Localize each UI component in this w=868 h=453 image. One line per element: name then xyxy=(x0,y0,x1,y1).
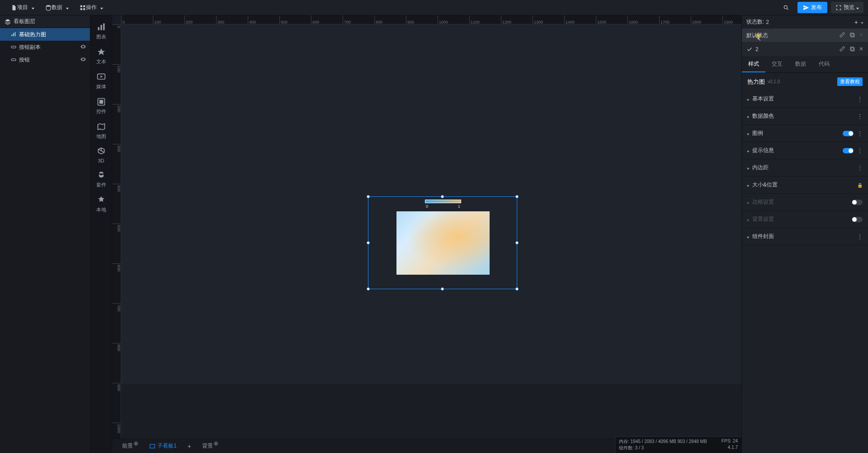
property-row[interactable]: 数据颜色 xyxy=(742,108,868,125)
ruler-tick: 1100 xyxy=(469,15,480,24)
comp-media[interactable]: 媒体 xyxy=(90,69,112,94)
more-icon[interactable] xyxy=(857,113,863,119)
resize-handle[interactable] xyxy=(441,287,444,291)
more-icon[interactable] xyxy=(857,148,863,154)
property-label: 内边距 xyxy=(752,164,769,172)
toggle-switch[interactable] xyxy=(852,217,863,222)
chevron-down-icon[interactable] xyxy=(858,19,863,25)
property-label: 提示信息 xyxy=(752,147,774,154)
property-label: 边框设置 xyxy=(752,198,774,206)
ruler-tick: 1500 xyxy=(596,15,606,24)
publish-button[interactable]: 发布 xyxy=(797,2,827,13)
tutorial-link[interactable]: 查看教程 xyxy=(837,77,863,86)
ruler-tick: 500 xyxy=(112,224,121,232)
toggle-switch[interactable] xyxy=(843,148,854,153)
tab-interact[interactable]: 交互 xyxy=(765,57,789,72)
delete-state-icon[interactable]: ✕ xyxy=(859,46,863,53)
more-icon[interactable] xyxy=(857,130,863,137)
property-row[interactable]: 大小&位置 xyxy=(742,176,868,194)
resize-handle[interactable] xyxy=(515,241,519,244)
more-icon[interactable] xyxy=(857,234,863,240)
chevron-down-icon xyxy=(64,5,69,11)
expand-arrow-icon xyxy=(747,148,752,154)
edit-state-icon[interactable] xyxy=(839,46,845,53)
menu-ops[interactable]: 操作 xyxy=(73,0,108,15)
status-comp-value: 3 / 3 xyxy=(635,445,644,450)
property-row[interactable]: 提示信息 xyxy=(742,142,868,159)
comp-local[interactable]: 本地 xyxy=(90,192,112,217)
tab-foreground[interactable]: 前景 ⊕ xyxy=(117,440,144,452)
delete-state-icon: ✕ xyxy=(859,32,863,39)
status-fps-value: 24 xyxy=(733,439,738,443)
ruler-tick: 900 xyxy=(112,383,121,391)
resize-handle[interactable] xyxy=(515,287,519,291)
comp-text[interactable]: 文本 xyxy=(90,44,112,69)
ruler-tick: 1300 xyxy=(533,15,543,24)
toggle-switch[interactable] xyxy=(843,131,854,136)
property-list: 基本设置数据颜色图例提示信息内边距大小&位置边框设置背景设置组件封面 xyxy=(742,91,868,245)
svg-point-0 xyxy=(46,5,50,6)
send-icon xyxy=(803,5,809,11)
resize-handle[interactable] xyxy=(367,287,370,291)
edit-state-icon[interactable] xyxy=(839,32,845,39)
comp-map[interactable]: 地图 xyxy=(90,119,112,143)
svg-rect-9 xyxy=(11,46,16,48)
status-bar: 内存: 1945 / 2083 / 4096 MB 903 / 2848 MB … xyxy=(615,436,741,453)
tab-background[interactable]: 背景 ⊕ xyxy=(197,440,224,452)
state-row-default[interactable]: 默认状态 ↖ ✕ xyxy=(742,29,868,42)
tab-badge-icon: ⊕ xyxy=(134,441,138,446)
tab-code[interactable]: 代码 xyxy=(812,57,836,72)
menu-data[interactable]: 数据 xyxy=(39,0,73,15)
property-row[interactable]: 边框设置 xyxy=(742,194,868,211)
layer-row[interactable]: 按钮副本 xyxy=(0,41,90,53)
comp-chart[interactable]: 图表 xyxy=(90,19,112,44)
property-row[interactable]: 背景设置 xyxy=(742,211,868,228)
tab-badge-icon: ⊕ xyxy=(214,441,218,446)
ruler-tick: 1000 xyxy=(438,15,448,24)
add-tab-button[interactable]: + xyxy=(182,441,197,452)
heatmap-legend-min: 0 xyxy=(426,204,428,209)
status-mem-value: 1945 / 2083 / 4096 MB 903 / 2848 MB xyxy=(631,439,707,444)
copy-state-icon[interactable] xyxy=(849,32,855,39)
resize-handle[interactable] xyxy=(515,195,519,198)
expand-icon xyxy=(835,5,842,11)
eye-icon[interactable] xyxy=(80,43,86,51)
property-row[interactable]: 组件封面 xyxy=(742,228,868,245)
tab-data[interactable]: 数据 xyxy=(789,57,812,72)
menu-project-label: 项目 xyxy=(17,4,28,11)
more-icon[interactable] xyxy=(857,165,863,171)
ruler-tick: 100 xyxy=(112,64,121,72)
canvas-stage[interactable]: 0 1 xyxy=(121,24,741,439)
expand-arrow-icon xyxy=(747,216,752,223)
tab-subboard[interactable]: 子看板1 xyxy=(144,440,182,452)
toggle-switch[interactable] xyxy=(852,200,863,205)
layer-row[interactable]: 按钮 xyxy=(0,53,90,66)
search-button[interactable] xyxy=(777,0,794,15)
more-icon[interactable] xyxy=(857,96,863,102)
tab-style[interactable]: 样式 xyxy=(742,57,765,72)
layer-row[interactable]: 基础热力图 xyxy=(0,28,90,41)
property-row[interactable]: 基本设置 xyxy=(742,91,868,108)
layer-label: 按钮 xyxy=(19,56,30,64)
property-row[interactable]: 内边距 xyxy=(742,159,868,176)
copy-state-icon[interactable] xyxy=(849,46,855,53)
ruler-tick: 600 xyxy=(112,263,121,272)
resize-handle[interactable] xyxy=(367,241,370,244)
preview-button[interactable]: 预览 xyxy=(831,2,863,13)
eye-icon[interactable] xyxy=(80,56,86,64)
add-state-button[interactable]: + xyxy=(854,19,858,26)
expand-arrow-icon xyxy=(747,234,752,240)
lock-icon[interactable] xyxy=(857,182,863,188)
ruler-tick: 400 xyxy=(248,15,256,24)
selection-box[interactable]: 0 1 xyxy=(368,196,517,289)
resize-handle[interactable] xyxy=(367,195,370,198)
resize-handle[interactable] xyxy=(441,195,444,198)
comp-3d[interactable]: 3D xyxy=(90,143,112,167)
menu-project[interactable]: 项目 xyxy=(5,0,39,15)
property-row[interactable]: 图例 xyxy=(742,125,868,142)
heatmap-preview xyxy=(396,211,490,275)
comp-control[interactable]: 控件 xyxy=(90,94,112,119)
comp-kit[interactable]: 套件 xyxy=(90,167,112,192)
ruler-tick: 700 xyxy=(112,303,121,311)
state-row-2[interactable]: 2 ✕ xyxy=(742,43,868,56)
